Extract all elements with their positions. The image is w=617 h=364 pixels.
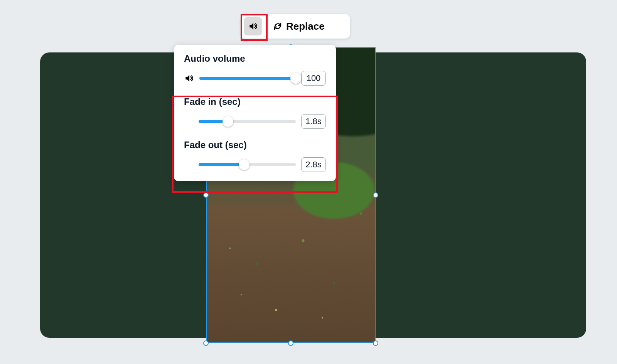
speaker-icon: [184, 73, 194, 83]
volume-value[interactable]: 100: [301, 71, 326, 86]
volume-slider[interactable]: [199, 73, 296, 84]
audio-settings-popover: Audio volume 100 Fade in (sec) 1.8s Fade…: [174, 45, 336, 181]
replace-label: Replace: [286, 20, 325, 32]
slider-thumb[interactable]: [290, 73, 301, 84]
fade-out-value[interactable]: 2.8s: [301, 157, 326, 172]
context-toolbar: Replace: [241, 14, 350, 39]
refresh-icon: [273, 22, 282, 31]
selection-handle[interactable]: [373, 192, 378, 198]
selection-handle[interactable]: [203, 340, 209, 346]
selection-handle[interactable]: [373, 340, 378, 346]
speaker-icon: [248, 21, 258, 31]
volume-title: Audio volume: [174, 53, 336, 64]
fade-in-title: Fade in (sec): [174, 96, 336, 107]
fade-out-title: Fade out (sec): [174, 140, 336, 150]
fade-in-slider[interactable]: [199, 116, 296, 127]
fade-in-value[interactable]: 1.8s: [301, 114, 326, 129]
replace-button[interactable]: Replace: [266, 20, 327, 32]
selection-handle[interactable]: [203, 192, 209, 198]
slider-thumb[interactable]: [239, 159, 249, 170]
slider-thumb[interactable]: [223, 116, 233, 127]
fade-out-slider[interactable]: [199, 159, 296, 170]
audio-settings-button[interactable]: [244, 17, 262, 35]
selection-handle[interactable]: [288, 340, 293, 346]
